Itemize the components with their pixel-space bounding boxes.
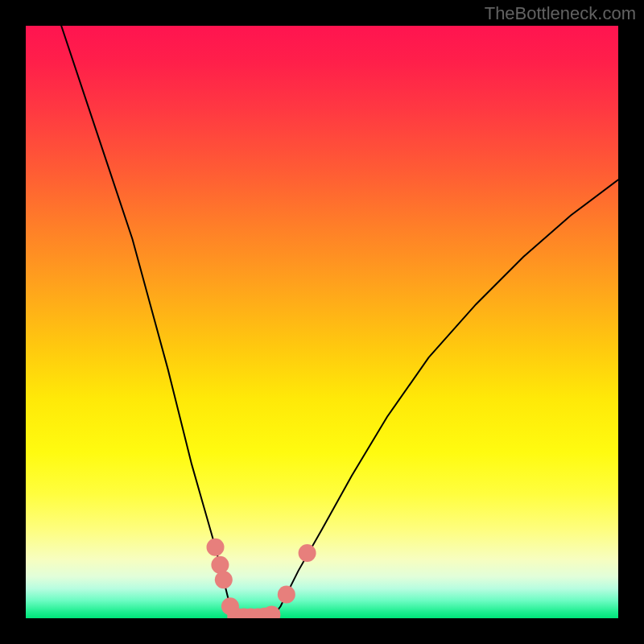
marker-left-3 [215,571,233,588]
marker-right-1 [278,586,295,604]
chart-svg [26,26,618,618]
marker-left-2 [211,556,229,574]
marker-left-1 [207,539,225,556]
watermark-text: TheBottleneck.com [485,3,636,24]
plot-area [26,26,618,618]
chart-frame: TheBottleneck.com [0,0,644,644]
series-left-branch [61,26,236,618]
series-right-branch [271,180,618,618]
marker-right-2 [299,544,316,562]
